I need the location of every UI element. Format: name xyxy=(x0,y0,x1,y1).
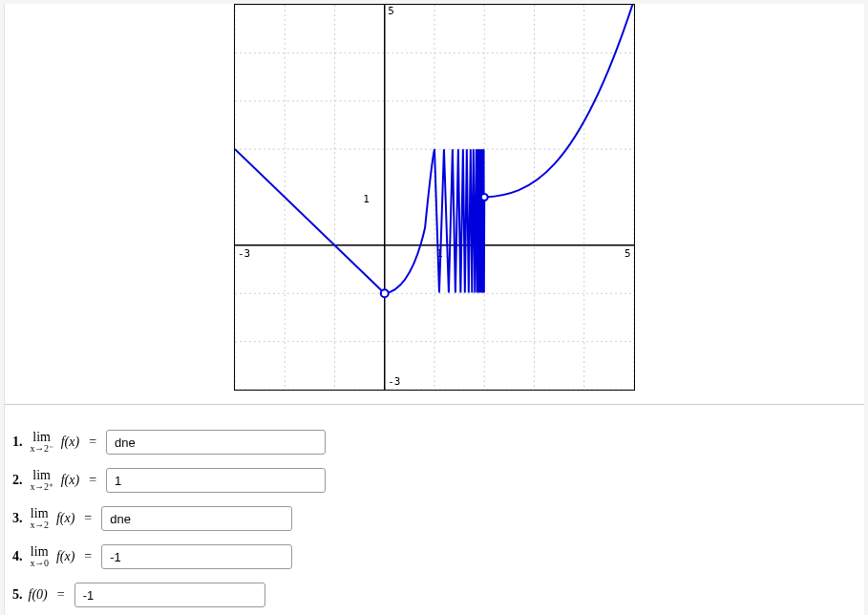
q-number: 5. xyxy=(12,587,23,603)
expression: f(x) xyxy=(61,473,79,488)
q-number: 4. xyxy=(12,549,23,564)
tick-y-1: 1 xyxy=(363,193,370,205)
answer-input-5[interactable] xyxy=(74,583,265,607)
answer-input-2[interactable] xyxy=(106,468,326,493)
tick-x-5: 5 xyxy=(625,247,631,260)
tick-y-5: 5 xyxy=(388,5,394,17)
equals-sign: = xyxy=(84,549,92,564)
limit-notation: lim x→0 xyxy=(31,545,49,568)
divider xyxy=(5,404,864,405)
limit-notation: lim x→2⁺ xyxy=(31,469,53,492)
q-number: 1. xyxy=(12,435,23,450)
question-2: 2. lim x→2⁺ f(x) = xyxy=(12,468,857,493)
chart-container: 5 1 -3 -3 1 5 xyxy=(5,4,864,400)
limit-notation: lim x→2 xyxy=(31,507,49,530)
expression: f(x) xyxy=(56,549,74,564)
limit-notation: lim x→2⁻ xyxy=(31,431,53,454)
grid xyxy=(235,5,634,390)
q-number: 3. xyxy=(12,511,23,526)
function-graph: 5 1 -3 -3 1 5 xyxy=(234,4,635,391)
expression: f(x) xyxy=(56,511,74,526)
tick-y-neg3: -3 xyxy=(388,375,400,388)
svg-line-18 xyxy=(235,149,385,293)
answer-input-1[interactable] xyxy=(106,430,326,455)
equals-sign: = xyxy=(89,435,96,450)
question-1: 1. lim x→2⁻ f(x) = xyxy=(12,430,857,455)
open-point-0 xyxy=(381,289,389,297)
answer-input-4[interactable] xyxy=(101,544,292,569)
equals-sign: = xyxy=(84,511,92,526)
expression: f(x) xyxy=(61,435,79,450)
q-number: 2. xyxy=(12,473,23,488)
question-4: 4. lim x→0 f(x) = xyxy=(12,544,857,569)
expression: f(0) xyxy=(29,587,48,603)
equals-sign: = xyxy=(57,587,65,603)
question-5: 5. f(0) = xyxy=(12,583,857,607)
tick-x-neg3: -3 xyxy=(238,247,250,260)
worksheet-page: 5 1 -3 -3 1 5 xyxy=(4,4,864,615)
equals-sign: = xyxy=(89,473,96,488)
answer-input-3[interactable] xyxy=(101,506,292,531)
question-3: 3. lim x→2 f(x) = xyxy=(12,506,857,531)
point-2 xyxy=(481,194,488,201)
question-list: 1. lim x→2⁻ f(x) = 2. lim x→2⁺ f(x) = 3.… xyxy=(5,413,864,615)
